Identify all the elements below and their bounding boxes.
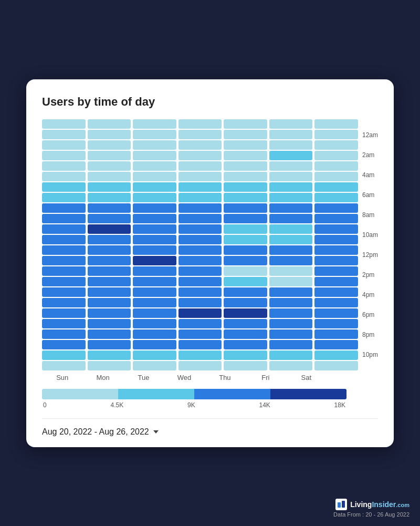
heatmap-cell — [314, 298, 358, 307]
heatmap-cell — [178, 140, 222, 150]
heatmap-cell — [88, 130, 131, 139]
heatmap-cell — [42, 161, 86, 171]
heatmap-cell — [88, 119, 131, 129]
heatmap-cell — [133, 298, 176, 307]
legend-bar — [42, 389, 346, 399]
heatmap-cell — [314, 172, 358, 181]
heatmap-cell — [314, 319, 358, 328]
heatmap-cell — [178, 361, 222, 370]
heatmap-cell — [314, 119, 358, 129]
heatmap-cell — [178, 151, 222, 160]
heatmap-cell — [133, 172, 176, 181]
heatmap-cell — [42, 203, 86, 213]
legend-value-label: 4.5K — [110, 401, 123, 409]
heatmap-cell — [224, 308, 267, 318]
heatmap-cell — [269, 329, 313, 339]
heatmap-cell — [88, 277, 131, 286]
date-range-section[interactable]: Aug 20, 2022 - Aug 26, 2022 — [42, 418, 378, 437]
heatmap-cell — [178, 193, 222, 202]
heatmap-cell — [269, 340, 313, 349]
heatmap-cell — [314, 329, 358, 339]
heatmap-cell — [314, 350, 358, 360]
heatmap-cell — [133, 203, 176, 213]
heatmap-cell — [133, 235, 176, 244]
heatmap-cell — [178, 350, 222, 360]
heatmap-cell — [88, 329, 131, 339]
heatmap-cell — [133, 161, 176, 171]
heatmap-cell — [269, 350, 313, 360]
heatmap-cell — [178, 172, 222, 181]
x-axis-label: Wed — [164, 374, 204, 381]
heatmap-cell — [269, 182, 313, 192]
heatmap-cell — [133, 350, 176, 360]
chevron-down-icon — [153, 430, 159, 434]
heatmap-cell — [178, 319, 222, 328]
x-axis: SunMonTueWedThuFriSat — [42, 374, 358, 381]
heatmap-cell — [224, 245, 267, 255]
heatmap-cell — [42, 245, 86, 255]
heatmap-cell — [269, 235, 313, 244]
heatmap-cell — [314, 161, 358, 171]
heatmap-cell — [133, 361, 176, 370]
heatmap-cell — [224, 214, 267, 223]
heatmap-cell — [224, 119, 267, 129]
date-range-text: Aug 20, 2022 - Aug 26, 2022 — [42, 427, 149, 437]
heatmap-cell — [224, 287, 267, 297]
heatmap-cell — [314, 245, 358, 255]
heatmap-cell — [269, 193, 313, 202]
heatmap-cell — [42, 319, 86, 328]
x-axis-label: Sat — [286, 374, 327, 381]
heatmap-cell — [224, 329, 267, 339]
x-axis-label: Sun — [42, 374, 82, 381]
heatmap-cell — [133, 130, 176, 139]
heatmap-cell — [133, 245, 176, 255]
heatmap-cell — [314, 361, 358, 370]
heatmap-cell — [88, 256, 131, 265]
heatmap-cell — [269, 287, 313, 297]
heatmap-cell — [88, 182, 131, 192]
heatmap-cell — [42, 340, 86, 349]
heatmap-cell — [178, 308, 222, 318]
heatmap-cell — [224, 235, 267, 244]
heatmap-cell — [88, 193, 131, 202]
heatmap-cell — [42, 287, 86, 297]
chart-title: Users by time of day — [42, 95, 378, 109]
heatmap-cell — [314, 203, 358, 213]
heatmap-cell — [314, 340, 358, 349]
heatmap-cell — [88, 350, 131, 360]
heatmap-cell — [269, 172, 313, 181]
y-axis-label: 2pm — [362, 259, 378, 279]
brand-icon — [335, 499, 347, 510]
heatmap-cell — [88, 172, 131, 181]
heatmap-cell — [314, 235, 358, 244]
y-axis-label: 4am — [362, 159, 378, 179]
heatmap-cell — [88, 203, 131, 213]
heatmap-cell — [269, 140, 313, 150]
heatmap-cell — [269, 130, 313, 139]
heatmap-cell — [88, 319, 131, 328]
brand-name: LivingInsider.com — [350, 500, 410, 509]
heatmap-cell — [178, 119, 222, 129]
heatmap-cell — [269, 161, 313, 171]
heatmap-cell — [88, 361, 131, 370]
heatmap-cell — [314, 130, 358, 139]
heatmap-cell — [133, 287, 176, 297]
heatmap-cell — [133, 308, 176, 318]
svg-rect-1 — [342, 501, 345, 508]
heatmap-cell — [88, 235, 131, 244]
legend-segment — [42, 389, 118, 399]
legend-labels: 04.5K9K14K18K — [42, 401, 346, 409]
legend-segment — [118, 389, 194, 399]
heatmap-cell — [88, 298, 131, 307]
heatmap-cell — [133, 119, 176, 129]
heatmap-cell — [133, 319, 176, 328]
heatmap-cell — [178, 130, 222, 139]
heatmap-cell — [269, 203, 313, 213]
heatmap-cell — [269, 277, 313, 286]
heatmap-cell — [224, 182, 267, 192]
heatmap-cell — [314, 256, 358, 265]
heatmap-cell — [133, 266, 176, 276]
x-axis-label: Tue — [123, 374, 164, 381]
y-axis-label: 8am — [362, 199, 378, 219]
heatmap-cell — [269, 266, 313, 276]
